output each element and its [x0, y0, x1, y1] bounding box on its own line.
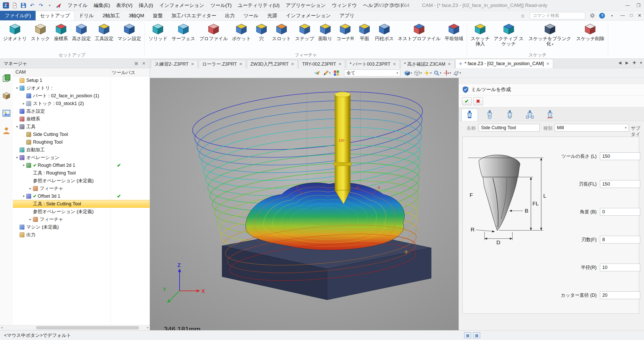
tree-item[interactable]: 出力 [13, 231, 150, 239]
magnify-icon[interactable]: ▾ [433, 69, 442, 77]
ribbon-item[interactable]: スロット [270, 22, 293, 41]
multi-tool-tab[interactable] [522, 109, 538, 121]
document-tab[interactable]: ✛* face.Z3 - [02_face_in_position_CAM]✕ [455, 59, 553, 68]
tree-item[interactable]: 座標系 [13, 115, 150, 123]
field-input[interactable]: 8 [600, 236, 640, 243]
ribbon-item[interactable]: 工具設定 [93, 22, 115, 41]
ok-button[interactable]: ✔ [462, 97, 472, 105]
tree-item[interactable]: マシン (未定義) [13, 223, 150, 231]
chevron-down-icon[interactable]: ▾ [21, 163, 26, 167]
tab-close-icon[interactable]: ✕ [239, 62, 242, 66]
chevron-right-icon[interactable]: ▸ [28, 187, 33, 190]
ribbon-tab[interactable]: 光源 [263, 11, 281, 20]
field-input[interactable]: 10 [600, 264, 640, 271]
ribbon-item[interactable]: ポケット [230, 22, 253, 41]
chevron-down-icon[interactable]: ▾ [14, 86, 20, 90]
ribbon-item[interactable]: 座標系 [52, 22, 70, 41]
tree-item[interactable]: 工具 : Side Cutting Tool [13, 200, 150, 208]
app-logo-icon[interactable]: Z [3, 2, 9, 9]
tab-close-icon[interactable]: ✕ [291, 62, 294, 66]
3d-viewport[interactable]: 120 Y X [150, 78, 459, 330]
ribbon-tab[interactable]: 2軸加工 [98, 11, 124, 20]
assembly-manager-icon[interactable] [2, 91, 11, 100]
menu-item-5[interactable]: ツール(T) [207, 0, 235, 11]
ribbon-collapse-icon[interactable]: ▾ [608, 12, 615, 19]
table-view-icon[interactable]: ▦ [473, 332, 480, 338]
tree-item[interactable]: ▸フィーチャ [13, 185, 150, 192]
doc-minimize-icon[interactable]: — [620, 13, 625, 18]
help-icon[interactable]: ? [599, 13, 605, 19]
ribbon-item[interactable]: アクティブ ス ケッチ [492, 22, 526, 47]
search-input[interactable] [532, 13, 590, 19]
tab-prev-icon[interactable]: ◀ [618, 60, 622, 65]
home-icon[interactable]: ⌂ [519, 12, 526, 19]
tree-item[interactable]: Side Cutting Tool [13, 130, 150, 138]
style-pencil-icon[interactable]: ▾ [323, 69, 331, 77]
mill-tool-tab[interactable] [461, 109, 478, 121]
customize-icon[interactable]: ▾ [46, 2, 53, 9]
ribbon-tab[interactable]: 3軸QM [124, 11, 149, 20]
layer-grid-icon[interactable] [332, 69, 341, 77]
tab-close-icon[interactable]: ✕ [448, 62, 451, 66]
tree-item[interactable]: ▸フィーチャ [13, 215, 150, 223]
restore-icon[interactable]: ❐ [637, 3, 640, 8]
ribbon-item[interactable]: サーフェス [170, 22, 197, 41]
layer-manager-icon[interactable] [2, 74, 11, 83]
tree-item[interactable]: パート : 02_face_in_position (1) [13, 92, 150, 100]
ball-tool-tab[interactable] [481, 109, 498, 121]
chevron-right-icon[interactable]: ▸ [21, 102, 26, 105]
tap-tool-tab[interactable] [542, 109, 558, 121]
scroll-right-icon[interactable]: ▸ [147, 326, 149, 329]
manager-close-icon[interactable]: ✕ [142, 61, 146, 66]
command-search[interactable] [530, 12, 585, 19]
ribbon-item[interactable]: コーナR [334, 22, 356, 41]
ribbon-item[interactable]: スケッチをブランク化 ▾ [526, 22, 574, 47]
ribbon-item[interactable]: プロファイル [197, 22, 230, 41]
menu-item-4[interactable]: インフォメーション [156, 0, 207, 11]
ribbon-item[interactable]: 高さ設定 [70, 22, 93, 41]
ribbon-item[interactable]: ジオメトリ [1, 22, 29, 41]
manager-hscrollbar[interactable]: ◂ ▸ [0, 325, 150, 330]
chevron-down-icon[interactable]: ▾ [14, 125, 20, 128]
orient-icon[interactable]: ▾ [443, 69, 451, 77]
grid-view-icon[interactable]: ▦ [464, 332, 471, 338]
document-tab[interactable]: ZW3D入門.Z3PRT✕ [247, 60, 298, 68]
tab-add-icon[interactable]: ✚ [633, 60, 636, 65]
ribbon-item[interactable]: 面取り [316, 22, 334, 41]
tab-close-icon[interactable]: ✕ [546, 62, 549, 66]
ribbon-item[interactable]: マシン設定 [115, 22, 143, 41]
field-input[interactable]: 150 [600, 180, 640, 188]
shaded-view-icon[interactable]: ▾ [404, 69, 412, 77]
menu-item-7[interactable]: アプリケーション [283, 0, 329, 11]
view-manager-icon[interactable] [2, 109, 11, 118]
ribbon-tab[interactable]: インフォメーション [281, 11, 335, 20]
tree-item[interactable]: ▾ジオメトリ : [13, 84, 150, 92]
ribbon-tab[interactable]: アプリ [335, 11, 359, 20]
manager-dock-icon[interactable]: ⊞ [134, 61, 138, 66]
menu-item-6[interactable]: ユーティリティ(U) [235, 0, 283, 11]
ribbon-tab[interactable]: 出力 [221, 11, 239, 20]
workplane-icon[interactable]: ▾ [453, 69, 461, 77]
document-tab[interactable]: TRY-002.Z3PRT✕ [299, 60, 345, 68]
document-tab[interactable]: ス練習2-.Z3PRT✕ [151, 60, 198, 68]
tool-name-input[interactable] [479, 124, 540, 132]
tool-type-select[interactable]: Mill▾ [555, 124, 629, 132]
redo-icon[interactable]: ↷ [38, 2, 44, 9]
doc-restore-icon[interactable]: □ [630, 13, 632, 18]
tree-item[interactable]: 参照オペレーション (未定義) [13, 208, 150, 215]
wireframe-view-icon[interactable]: ▾ [414, 69, 422, 77]
ribbon-tab[interactable]: 加工パスエディター [167, 11, 221, 20]
ribbon-item[interactable]: ソリッド [146, 22, 170, 41]
appearance-icon[interactable]: ▾ [423, 69, 432, 77]
field-input[interactable]: 150 [600, 152, 640, 160]
chevron-down-icon[interactable]: ▾ [21, 194, 26, 198]
tab-close-icon[interactable]: ✕ [393, 62, 396, 66]
tree-item[interactable]: Setup 1 [13, 76, 150, 84]
ribbon-item[interactable]: スケッチ 挿入 [469, 22, 492, 47]
minimize-icon[interactable]: — [625, 3, 630, 8]
menu-item-8[interactable]: ウィンドウ [329, 0, 360, 11]
menu-item-0[interactable]: ファイル [64, 0, 91, 11]
settings-gear-icon[interactable] [589, 12, 596, 19]
document-tab[interactable]: * 高さ確認2.Z3CAM✕ [401, 60, 455, 68]
tree-item[interactable]: Roughing Tool [13, 138, 150, 146]
